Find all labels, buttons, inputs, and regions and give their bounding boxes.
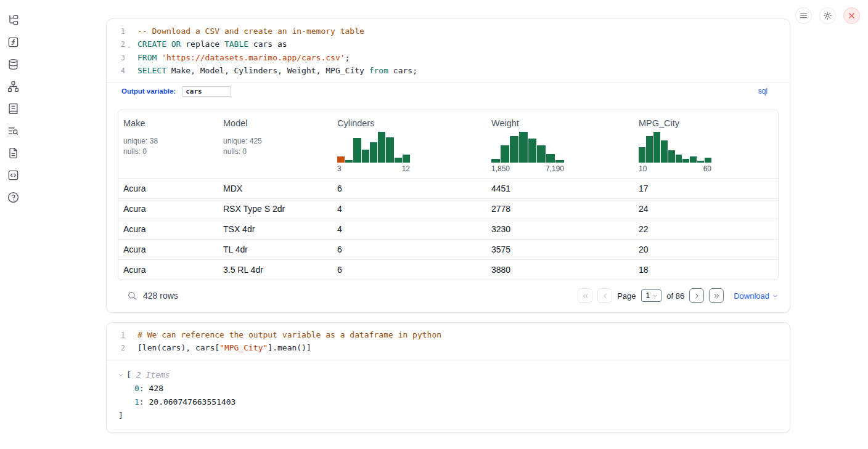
page-select[interactable]: 1 (641, 289, 662, 302)
tree-entry-value: 20.060747663551403 (149, 397, 235, 407)
histogram-bar[interactable] (690, 156, 697, 163)
table-cell: 3230 (486, 224, 634, 234)
menu-button[interactable] (795, 7, 812, 24)
histogram-bar[interactable] (353, 138, 361, 163)
histogram-bar[interactable] (705, 158, 711, 163)
page-total-label: of 86 (666, 291, 684, 301)
code-line[interactable]: 2⌄CREATE OR replace TABLE cars as (112, 38, 780, 52)
histogram-bar[interactable] (337, 156, 345, 163)
histogram-bar[interactable] (510, 136, 518, 163)
table-cell: 4 (332, 224, 486, 234)
histogram-bar[interactable] (370, 142, 377, 163)
table-row[interactable]: AcuraMDX6445117 (118, 178, 778, 198)
line-number: 1 (112, 329, 125, 342)
sql-cell: 1-- Download a CSV and create an in-memo… (106, 18, 790, 313)
table-row[interactable]: AcuraTSX 4dr4323022 (118, 219, 778, 239)
code-line[interactable]: 1# We can reference the output variable … (112, 329, 780, 342)
language-badge[interactable]: sql (758, 87, 768, 95)
page-label: Page (617, 291, 636, 301)
column-header[interactable]: Weight1,8507,190 (486, 110, 634, 178)
file-text-icon[interactable] (7, 147, 19, 159)
column-header[interactable]: MPG_City1060 (634, 110, 778, 178)
histogram-bar[interactable] (528, 139, 537, 163)
histogram-bar[interactable] (403, 155, 410, 163)
sql-code-editor[interactable]: 1-- Download a CSV and create an in-memo… (107, 19, 790, 83)
list-search-icon[interactable] (7, 124, 19, 137)
histogram-bar[interactable] (501, 145, 509, 163)
dependency-graph-icon[interactable] (7, 80, 19, 92)
histogram-bar[interactable] (546, 154, 555, 163)
histogram-bar[interactable] (697, 161, 704, 163)
close-bracket: ] (118, 409, 123, 423)
column-stats: unique: 38nulls: 0 (123, 136, 213, 157)
column-name: Cylinders (337, 118, 481, 128)
settings-button[interactable] (819, 7, 836, 24)
table-cell: TL 4dr (218, 245, 332, 254)
shutdown-button[interactable] (843, 7, 860, 24)
close-icon (847, 11, 856, 20)
histogram-bar[interactable] (653, 132, 660, 163)
code-line[interactable]: 1-- Download a CSV and create an in-memo… (112, 25, 780, 38)
tree-entry-key: 1 (134, 397, 139, 407)
code-line[interactable]: 4SELECT Make, Model, Cylinders, Weight, … (112, 65, 780, 78)
output-variable-input[interactable] (182, 86, 231, 97)
prev-page-button[interactable] (597, 288, 612, 303)
column-histogram: 312 (337, 131, 410, 173)
table-row[interactable]: AcuraTL 4dr6357520 (118, 239, 778, 259)
chevron-down-icon (652, 293, 658, 299)
histogram-bar[interactable] (362, 150, 369, 163)
histogram-bar[interactable] (668, 150, 675, 163)
fold-gutter (125, 25, 133, 38)
pagination: Page 1 of 86 Download (578, 288, 779, 303)
histogram-bar[interactable] (555, 160, 564, 163)
help-circle-icon[interactable] (7, 191, 19, 203)
code-square-icon[interactable] (7, 169, 19, 181)
table-cell: 17 (634, 184, 778, 193)
histogram-bar[interactable] (378, 132, 385, 163)
python-code-editor[interactable]: 1# We can reference the output variable … (107, 323, 790, 360)
first-page-button[interactable] (578, 288, 592, 303)
histogram-bar[interactable] (646, 136, 653, 163)
code-line[interactable]: 3FROM 'https://datasets.marimo.app/cars.… (112, 52, 780, 65)
column-header[interactable]: Modelunique: 425nulls: 0 (218, 110, 332, 178)
book-text-icon[interactable] (7, 102, 19, 115)
collapse-icon[interactable] (118, 372, 124, 378)
histogram-bar[interactable] (386, 137, 393, 163)
code-line[interactable]: 2[len(cars), cars["MPG_City"].mean()] (112, 342, 780, 355)
menu-icon (799, 11, 808, 20)
last-page-button[interactable] (709, 288, 724, 303)
histogram-bar[interactable] (395, 158, 402, 163)
column-header[interactable]: Cylinders312 (332, 110, 486, 178)
histogram-bar[interactable] (682, 159, 689, 163)
column-histogram: 1,8507,190 (491, 131, 564, 173)
search-icon[interactable] (127, 291, 137, 301)
table-row[interactable]: AcuraRSX Type S 2dr4277824 (118, 198, 778, 219)
histogram-bar[interactable] (537, 145, 546, 163)
column-name: MPG_City (639, 118, 773, 128)
histogram-bar[interactable] (345, 160, 353, 163)
table-cell: 20 (634, 245, 778, 254)
line-number: 4 (112, 65, 125, 78)
column-stats: unique: 425nulls: 0 (223, 136, 327, 157)
function-square-icon[interactable] (7, 36, 19, 48)
histogram-bar[interactable] (676, 155, 682, 163)
histogram-bar[interactable] (661, 140, 668, 163)
database-icon[interactable] (7, 58, 19, 70)
download-button[interactable]: Download (734, 291, 779, 301)
chevrons-right-icon (713, 292, 721, 300)
table-row[interactable]: Acura3.5 RL 4dr6388018 (118, 259, 778, 280)
column-header[interactable]: Makeunique: 38nulls: 0 (118, 110, 218, 178)
fold-icon[interactable]: ⌄ (125, 38, 133, 52)
notebook-actions (795, 7, 860, 24)
table-cell: RSX Type S 2dr (218, 204, 332, 214)
file-tree-icon[interactable] (7, 14, 19, 26)
output-variable-label: Output variable: (121, 87, 176, 95)
histogram-bar[interactable] (491, 159, 500, 163)
table-cell: 3880 (486, 265, 634, 275)
fold-gutter (125, 65, 133, 78)
histogram-bar[interactable] (639, 147, 645, 163)
histogram-bar[interactable] (519, 132, 528, 163)
column-name: Make (123, 118, 213, 128)
next-page-button[interactable] (689, 288, 704, 303)
tree-entry-value: 428 (149, 384, 163, 393)
